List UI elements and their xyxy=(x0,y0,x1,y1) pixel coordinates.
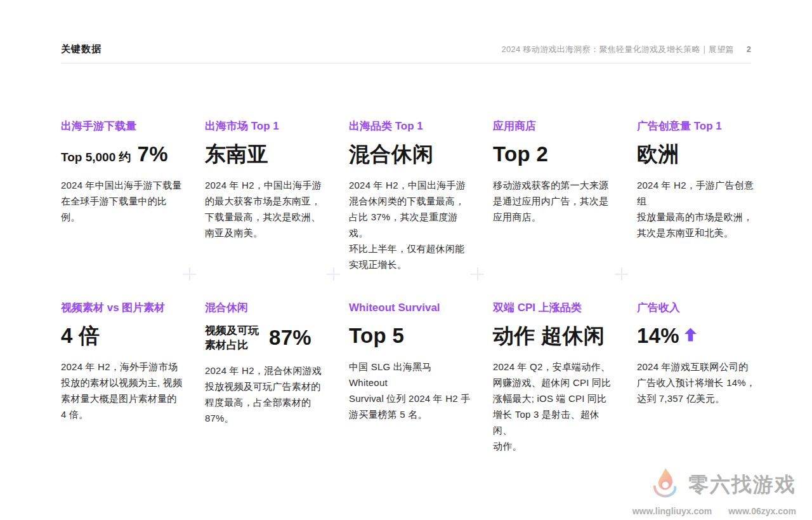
card-body: 中国 SLG 出海黑马 Whiteout Survival 位列 2024 年 … xyxy=(349,359,471,422)
card-value: 混合休闲 xyxy=(349,142,471,167)
plus-mark-icon xyxy=(183,267,196,281)
card-value-number: Top 2 xyxy=(493,142,548,167)
card-body: 2024 年 H2，混合休闲游戏 投放视频及可玩广告素材的 程度最高，占全部素材… xyxy=(205,363,327,426)
card-title: 出海市场 Top 1 xyxy=(205,119,327,133)
card-title: Whiteout Survival xyxy=(349,301,471,315)
watermark-url-right: www.06zyx.com xyxy=(728,506,796,516)
card-value-number: 动作 超休闲 xyxy=(493,323,605,349)
card-value-number: 欧洲 xyxy=(637,142,679,167)
card-body: 2024 年 H2，中国出海手游 混合休闲类的下载量最高， 占比 37%，其次是… xyxy=(349,177,471,272)
stat-card-video-vs-image: 视频素材 vs 图片素材 4 倍 2024 年 H2，海外手游市场 投放的素材以… xyxy=(61,301,205,454)
card-body: 2024 年游戏互联网公司的 广告收入预计将增长 14%， 达到 7,357 亿… xyxy=(637,359,759,406)
card-value-number: 87% xyxy=(269,325,311,350)
card-title: 出海品类 Top 1 xyxy=(349,119,471,133)
stat-card-hybrid-casual-creatives: 混合休闲 视频及可玩 素材占比 87% 2024 年 H2，混合休闲游戏 投放视… xyxy=(205,301,349,454)
plus-mark-icon xyxy=(615,267,628,281)
stat-card-app-store: 应用商店 Top 2 移动游戏获客的第一大来源 是通过应用内广告，其次是 应用商… xyxy=(493,119,637,272)
report-page: 关键数据 2024 移动游戏出海洞察：聚焦轻量化游戏及增长策略｜展望篇 2 出海… xyxy=(0,0,812,520)
card-body: 2024 年中国出海手游下载量 在全球手游下载量中的比例。 xyxy=(61,177,183,225)
arrow-up-icon xyxy=(684,328,697,344)
card-title: 广告收入 xyxy=(637,301,759,315)
flame-swirl-logo-icon xyxy=(648,466,682,503)
page-number: 2 xyxy=(747,44,751,54)
card-value-number: 混合休闲 xyxy=(349,142,433,167)
card-body: 2024 年 H2，手游广告创意组 投放量最高的市场是欧洲， 其次是东南亚和北美… xyxy=(637,177,759,241)
card-value: Top 2 xyxy=(493,142,615,167)
stat-card-ad-revenue: 广告收入 14% 2024 年游戏互联网公司的 广告收入预计将增长 14%， 达… xyxy=(637,301,781,454)
card-value: Top 5,000 约 7% xyxy=(61,142,183,167)
card-value: 4 倍 xyxy=(61,323,183,349)
plus-mark-icon xyxy=(327,267,340,281)
stat-card-ad-creatives: 广告创意量 Top 1 欧洲 2024 年 H2，手游广告创意组 投放量最高的市… xyxy=(637,119,781,272)
card-value: 东南亚 xyxy=(205,142,327,167)
card-value: 视频及可玩 素材占比 87% xyxy=(205,323,327,352)
card-body: 2024 年 H2，中国出海手游 的最大获客市场是东南亚， 下载量最高，其次是欧… xyxy=(205,177,327,241)
card-body: 2024 年 Q2，安卓端动作、 网赚游戏、超休闲 CPI 同比 涨幅最大; i… xyxy=(493,359,615,454)
card-title: 视频素材 vs 图片素材 xyxy=(61,301,183,315)
card-title: 出海手游下载量 xyxy=(61,119,183,133)
section-title: 关键数据 xyxy=(61,43,102,55)
watermark-urls: www.lingliuyx.com www.06zyx.com xyxy=(632,506,796,516)
card-value: Top 5 xyxy=(349,323,471,349)
card-value-number: 东南亚 xyxy=(205,142,268,167)
card-value-number: 14% xyxy=(637,323,679,349)
header-right: 2024 移动游戏出海洞察：聚焦轻量化游戏及增长策略｜展望篇 2 xyxy=(502,44,752,55)
plus-mark-icon xyxy=(471,267,484,281)
card-body: 移动游戏获客的第一大来源 是通过应用内广告，其次是 应用商店。 xyxy=(493,177,615,225)
card-title: 混合休闲 xyxy=(205,301,327,315)
watermark-top: 零六找游戏 xyxy=(632,466,796,503)
stat-card-whiteout-survival: Whiteout Survival Top 5 中国 SLG 出海黑马 Whit… xyxy=(349,301,493,454)
card-title: 应用商店 xyxy=(493,119,615,133)
page-header: 关键数据 2024 移动游戏出海洞察：聚焦轻量化游戏及增长策略｜展望篇 2 xyxy=(61,43,751,55)
card-value-prefix: 视频及可玩 素材占比 xyxy=(205,323,259,352)
card-body: 2024 年 H2，海外手游市场 投放的素材以视频为主, 视频 素材量大概是图片… xyxy=(61,359,183,422)
card-value: 14% xyxy=(637,323,759,349)
card-value-number: 4 倍 xyxy=(61,323,100,349)
card-value-prefix: Top 5,000 约 xyxy=(61,149,131,166)
card-value-number: Top 5 xyxy=(349,323,404,349)
stats-row-2: 视频素材 vs 图片素材 4 倍 2024 年 H2，海外手游市场 投放的素材以… xyxy=(61,301,781,454)
card-title: 广告创意量 Top 1 xyxy=(637,119,759,133)
card-value: 欧洲 xyxy=(637,142,759,167)
stats-row-1: 出海手游下载量 Top 5,000 约 7% 2024 年中国出海手游下载量 在… xyxy=(61,119,781,272)
document-title: 2024 移动游戏出海洞察：聚焦轻量化游戏及增长策略｜展望篇 xyxy=(502,44,734,55)
card-value-number: 7% xyxy=(138,142,168,167)
watermark: 零六找游戏 www.lingliuyx.com www.06zyx.com xyxy=(632,466,796,516)
card-title: 双端 CPI 上涨品类 xyxy=(493,301,615,315)
stat-card-cpi-rise: 双端 CPI 上涨品类 动作 超休闲 2024 年 Q2，安卓端动作、 网赚游戏… xyxy=(493,301,637,454)
card-value: 动作 超休闲 xyxy=(493,323,615,349)
stat-card-top-genre: 出海品类 Top 1 混合休闲 2024 年 H2，中国出海手游 混合休闲类的下… xyxy=(349,119,493,272)
stat-card-downloads: 出海手游下载量 Top 5,000 约 7% 2024 年中国出海手游下载量 在… xyxy=(61,119,205,272)
header-divider xyxy=(61,63,751,63)
watermark-brand: 零六找游戏 xyxy=(688,474,796,495)
stat-card-top-market: 出海市场 Top 1 东南亚 2024 年 H2，中国出海手游 的最大获客市场是… xyxy=(205,119,349,272)
watermark-url-left: www.lingliuyx.com xyxy=(632,506,712,516)
